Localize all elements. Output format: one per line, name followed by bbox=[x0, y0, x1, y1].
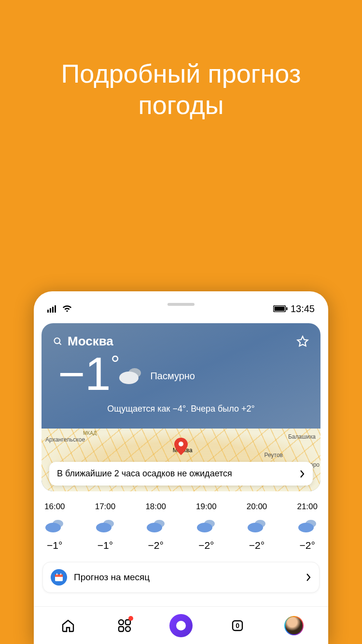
bottom-nav: 0 bbox=[34, 606, 328, 644]
chevron-right-icon bbox=[299, 470, 305, 478]
promo-headline: Подробный прогноз погоды bbox=[0, 0, 362, 121]
hourly-forecast[interactable]: 16:00 −1° 17:00 −1° 18:00 −2° 19:00 −2° … bbox=[34, 491, 328, 556]
hour-time: 17:00 bbox=[95, 502, 116, 512]
monthly-forecast-button[interactable]: Прогноз на месяц bbox=[42, 562, 320, 593]
svg-rect-30 bbox=[119, 627, 124, 631]
svg-point-11 bbox=[179, 442, 183, 446]
nav-home-button[interactable] bbox=[56, 614, 80, 637]
hour-temp: −2° bbox=[249, 540, 265, 551]
map-road-label: МКАД bbox=[83, 430, 97, 436]
phone-frame: 13:45 Москва −1° bbox=[34, 291, 328, 644]
svg-rect-26 bbox=[56, 573, 57, 575]
svg-point-21 bbox=[248, 523, 263, 532]
svg-rect-6 bbox=[286, 307, 288, 310]
hourly-item: 18:00 −2° bbox=[145, 502, 166, 551]
hour-time: 20:00 bbox=[247, 502, 267, 512]
precipitation-pill[interactable]: В ближайшие 2 часа осадков не ожидается bbox=[49, 462, 313, 486]
hour-temp: −2° bbox=[148, 540, 163, 551]
cloudy-icon bbox=[118, 366, 144, 386]
map-city-label: Архангельское bbox=[45, 436, 85, 443]
svg-point-31 bbox=[125, 627, 130, 631]
svg-line-8 bbox=[59, 343, 61, 344]
svg-point-15 bbox=[96, 523, 111, 532]
map-city-label: Реутов bbox=[265, 452, 283, 458]
svg-rect-3 bbox=[55, 305, 56, 313]
svg-point-23 bbox=[298, 523, 314, 532]
monthly-forecast-label: Прогноз на месяц bbox=[74, 572, 150, 583]
city-label: Москва bbox=[68, 334, 113, 349]
svg-point-19 bbox=[197, 523, 212, 532]
precipitation-text: В ближайшие 2 часа осадков не ожидается bbox=[57, 469, 232, 479]
hour-weather-icon bbox=[95, 518, 115, 533]
clock-label: 13:45 bbox=[291, 303, 315, 315]
hour-weather-icon bbox=[196, 518, 216, 533]
map-pin-icon bbox=[174, 438, 188, 455]
tabs-count: 0 bbox=[236, 622, 239, 630]
hour-temp: −2° bbox=[300, 540, 315, 551]
feels-like-label: Ощущается как −4°. Вчера было +2° bbox=[53, 404, 309, 414]
hour-time: 19:00 bbox=[196, 502, 217, 512]
wifi-icon bbox=[62, 305, 72, 313]
svg-rect-2 bbox=[52, 307, 54, 313]
svg-point-10 bbox=[119, 372, 139, 384]
hourly-item: 17:00 −1° bbox=[95, 502, 116, 551]
hourly-item: 21:00 −2° bbox=[297, 502, 318, 551]
svg-point-13 bbox=[45, 523, 61, 532]
svg-rect-0 bbox=[47, 310, 49, 313]
notification-dot-icon bbox=[128, 616, 133, 621]
nav-profile-button[interactable] bbox=[282, 614, 306, 637]
hour-weather-icon bbox=[247, 518, 267, 533]
svg-rect-27 bbox=[60, 573, 61, 575]
hour-time: 21:00 bbox=[297, 502, 318, 512]
calendar-icon bbox=[51, 569, 67, 586]
hour-temp: −1° bbox=[47, 540, 62, 551]
hour-time: 16:00 bbox=[44, 502, 65, 512]
svg-point-17 bbox=[147, 523, 162, 532]
signal-icon bbox=[47, 305, 58, 313]
weather-card: Москва −1° Пасмурно Ощущается как −4°. В… bbox=[42, 323, 320, 491]
svg-point-32 bbox=[176, 621, 186, 630]
current-temperature: −1° bbox=[53, 351, 111, 397]
map-city-label: Балашиха bbox=[288, 433, 316, 440]
svg-rect-1 bbox=[50, 308, 51, 313]
hourly-item: 16:00 −1° bbox=[44, 502, 65, 551]
hourly-item: 20:00 −2° bbox=[247, 502, 267, 551]
svg-point-28 bbox=[119, 620, 124, 625]
location-button[interactable]: Москва bbox=[53, 334, 113, 349]
precipitation-map[interactable]: Архангельское МКАД Балашиха Реутов Желез… bbox=[42, 429, 320, 491]
condition-label: Пасмурно bbox=[150, 371, 195, 382]
favorite-button[interactable] bbox=[296, 335, 309, 348]
battery-icon bbox=[273, 305, 288, 312]
avatar-icon bbox=[284, 616, 304, 635]
chevron-right-icon bbox=[306, 573, 311, 582]
svg-rect-5 bbox=[274, 307, 284, 311]
svg-rect-25 bbox=[55, 574, 63, 577]
hour-weather-icon bbox=[44, 518, 65, 533]
hour-weather-icon bbox=[297, 518, 318, 533]
hour-temp: −2° bbox=[198, 540, 214, 551]
hourly-item: 19:00 −2° bbox=[196, 502, 217, 551]
hour-temp: −1° bbox=[97, 540, 113, 551]
nav-services-button[interactable] bbox=[113, 614, 136, 637]
hour-time: 18:00 bbox=[145, 502, 166, 512]
hour-weather-icon bbox=[146, 518, 166, 533]
phone-notch bbox=[167, 303, 195, 306]
svg-point-7 bbox=[55, 338, 60, 343]
nav-alisa-button[interactable] bbox=[169, 614, 193, 637]
search-icon bbox=[53, 337, 63, 346]
nav-tabs-button[interactable]: 0 bbox=[226, 614, 249, 637]
alisa-icon bbox=[169, 614, 193, 637]
